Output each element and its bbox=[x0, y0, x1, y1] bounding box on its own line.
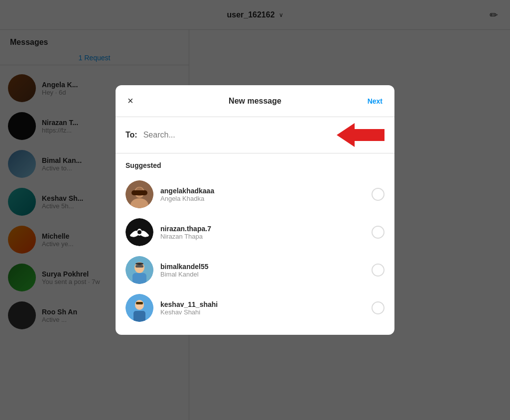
red-arrow bbox=[337, 123, 384, 147]
select-radio[interactable] bbox=[372, 301, 384, 314]
to-label: To: bbox=[126, 131, 137, 140]
next-button[interactable]: Next bbox=[366, 95, 384, 107]
suggested-label: Suggested bbox=[116, 161, 394, 175]
contact-display-name: Keshav Shahi bbox=[160, 308, 365, 316]
svg-point-12 bbox=[137, 230, 141, 234]
contact-info: nirazan.thapa.7 Nirazan Thapa bbox=[160, 225, 365, 240]
contact-info: bimalkandel55 Bimal Kandel bbox=[160, 263, 365, 278]
contact-item[interactable]: bimalkandel55 Bimal Kandel bbox=[116, 251, 394, 289]
bimal-avatar bbox=[126, 256, 153, 284]
contact-item[interactable]: keshav_11_shahi Keshav Shahi bbox=[116, 289, 394, 327]
contact-item[interactable]: angelakhadkaaa Angela Khadka bbox=[116, 175, 394, 213]
select-radio[interactable] bbox=[372, 264, 384, 277]
svg-rect-25 bbox=[136, 302, 143, 304]
contact-username: angelakhadkaaa bbox=[160, 187, 365, 195]
svg-rect-6 bbox=[131, 190, 147, 195]
avatar bbox=[126, 256, 153, 284]
svg-rect-19 bbox=[135, 265, 143, 268]
contact-info: keshav_11_shahi Keshav Shahi bbox=[160, 300, 365, 316]
avatar bbox=[126, 180, 153, 208]
avatar bbox=[126, 294, 153, 322]
select-radio[interactable] bbox=[372, 188, 384, 201]
contact-display-name: Angela Khadka bbox=[160, 195, 365, 202]
svg-rect-23 bbox=[133, 311, 145, 322]
contact-item[interactable]: nirazan.thapa.7 Nirazan Thapa bbox=[116, 213, 394, 251]
keshav-avatar bbox=[126, 294, 153, 322]
modal-header: × New message Next bbox=[116, 85, 394, 117]
contact-username: nirazan.thapa.7 bbox=[160, 225, 365, 233]
modal-title: New message bbox=[229, 97, 281, 106]
nirazan-avatar bbox=[126, 218, 153, 246]
modal-overlay: × New message Next To: Suggested bbox=[0, 0, 510, 420]
contact-display-name: Nirazan Thapa bbox=[160, 233, 365, 240]
contact-username: keshav_11_shahi bbox=[160, 300, 365, 308]
search-input[interactable] bbox=[143, 131, 327, 140]
search-row: To: bbox=[116, 117, 394, 153]
select-radio[interactable] bbox=[372, 226, 384, 239]
contact-display-name: Bimal Kandel bbox=[160, 271, 365, 278]
svg-rect-20 bbox=[135, 263, 143, 265]
modal-body: Suggested angelakhadkaaa bbox=[116, 153, 394, 335]
angela-avatar bbox=[126, 180, 153, 208]
close-button[interactable]: × bbox=[126, 93, 135, 109]
svg-rect-17 bbox=[132, 273, 146, 284]
new-message-modal: × New message Next To: Suggested bbox=[116, 85, 394, 335]
contact-info: angelakhadkaaa Angela Khadka bbox=[160, 187, 365, 202]
avatar bbox=[126, 218, 153, 246]
contact-username: bimalkandel55 bbox=[160, 263, 365, 271]
